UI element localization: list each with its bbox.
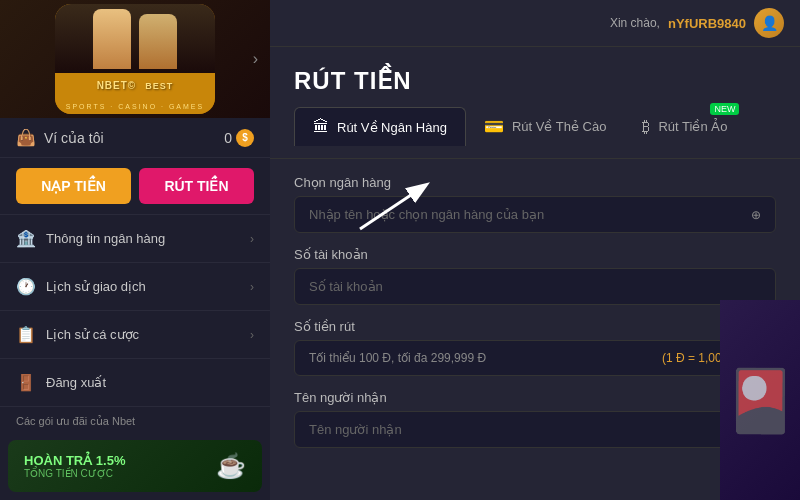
new-badge: NEW [710,103,739,115]
logo-figures [55,4,215,73]
sidebar-item-logout[interactable]: 🚪 Đăng xuất [0,359,270,407]
amount-group: Số tiền rút = 0 VND Tối thiểu 100 Đ, tối… [294,319,776,376]
withdraw-button[interactable]: RÚT TIỀN [139,168,254,204]
logout-label: Đăng xuất [46,375,254,390]
wallet-icon: 👜 [16,128,36,147]
bet-history-icon: 📋 [16,325,36,344]
action-buttons: NẠP TIỀN RÚT TIỀN [0,158,270,215]
logo-text-area: NBET© BEST SPORTS · CASINO · GAMES [55,73,215,114]
top-bar: Xin chào, nYfURB9840 👤 [270,0,800,47]
promo-label-text: Các gói ưu đãi của Nbet [16,415,135,427]
bank-selector-input[interactable]: Nhập tên hoặc chọn ngân hàng của bạn ⊕ [294,196,776,233]
account-input[interactable]: Số tài khoản [294,268,776,305]
tab-crypto-label: Rút Tiền Ảo [658,119,727,134]
bet-history-label: Lịch sử cá cược [46,327,240,342]
logo-tagline: SPORTS · CASINO · GAMES [63,103,207,110]
logo-arrow: › [253,50,258,68]
tab-card-label: Rút Về Thẻ Cào [512,119,607,134]
promo-banner[interactable]: HOÀN TRẢ 1.5% TỔNG TIỀN CƯỢC ☕ [8,440,262,492]
account-group: Số tài khoản Số tài khoản [294,247,776,305]
main-content: Xin chào, nYfURB9840 👤 RÚT TIỀN 🏛 Rút Về… [270,0,800,500]
bank-info-icon: 🏦 [16,229,36,248]
coin-icon: $ [236,129,254,147]
user-avatar: 👤 [754,8,784,38]
brand-text: NBET [97,80,128,91]
username: nYfURB9840 [668,16,746,31]
sidebar-menu: 🏦 Thông tin ngân hàng › 🕐 Lịch sử giao d… [0,215,270,500]
amount-hint: Tối thiểu 100 Đ, tối đa 299,999 Đ [309,351,486,365]
bet-history-arrow: › [250,328,254,342]
logo: NBET© BEST SPORTS · CASINO · GAMES [55,4,215,114]
history-icon: 🕐 [16,277,36,296]
bank-selector-label: Chọn ngân hàng [294,175,776,190]
account-placeholder: Số tài khoản [309,279,383,294]
wallet-row: 👜 Ví của tôi 0 $ [0,118,270,158]
wallet-value: 0 [224,130,232,146]
bank-info-arrow: › [250,232,254,246]
tabs-row: 🏛 Rút Về Ngân Hàng 💳 Rút Về Thẻ Cào NEW … [270,107,800,159]
sidebar-item-bank-info[interactable]: 🏦 Thông tin ngân hàng › [0,215,270,263]
wallet-label: Ví của tôi [44,130,216,146]
amount-label: Số tiền rút [294,319,355,334]
tab-crypto-icon: ₿ [642,118,650,136]
figure-left [93,9,131,69]
promo-text: HOÀN TRẢ 1.5% TỔNG TIỀN CƯỢC [24,453,206,479]
page-header: RÚT TIỀN [270,47,800,107]
deco-figure-icon: 🎴 [723,365,798,436]
wallet-amount: 0 $ [224,129,254,147]
tab-bank-label: Rút Về Ngân Hàng [337,120,447,135]
page-title: RÚT TIỀN [294,67,776,95]
trademark: © [128,80,136,91]
logo-brand: NBET© BEST [63,77,207,103]
history-label: Lịch sử giao dịch [46,279,240,294]
receiver-input[interactable]: Tên người nhận [294,411,776,448]
receiver-label: Tên người nhận [294,390,776,405]
right-decoration: 🎴 [720,300,800,500]
promo-title: HOÀN TRẢ 1.5% [24,453,206,468]
tab-bank[interactable]: 🏛 Rút Về Ngân Hàng [294,107,466,146]
tab-bank-icon: 🏛 [313,118,329,136]
bank-placeholder: Nhập tên hoặc chọn ngân hàng của bạn [309,207,544,222]
sidebar: NBET© BEST SPORTS · CASINO · GAMES › 👜 V… [0,0,270,500]
promo-icon: ☕ [216,452,246,480]
amount-hint-row[interactable]: Tối thiểu 100 Đ, tối đa 299,999 Đ (1 Đ =… [294,340,776,376]
amount-label-row: Số tiền rút = 0 VND [294,319,776,334]
promo-subtitle: TỔNG TIỀN CƯỢC [24,468,206,479]
account-label: Số tài khoản [294,247,776,262]
bank-selector-group: Chọn ngân hàng Nhập tên hoặc chọn ngân h… [294,175,776,233]
logo-area: NBET© BEST SPORTS · CASINO · GAMES › [0,0,270,118]
figure-right [139,14,177,69]
promo-section-label: Các gói ưu đãi của Nbet [0,407,270,432]
tab-card[interactable]: 💳 Rút Về Thẻ Cào [466,107,625,146]
tab-card-icon: 💳 [484,117,504,136]
logo-sub: BEST [145,81,173,91]
receiver-group: Tên người nhận Tên người nhận [294,390,776,448]
bank-info-label: Thông tin ngân hàng [46,231,240,246]
sidebar-item-bet-history[interactable]: 📋 Lịch sử cá cược › [0,311,270,359]
receiver-placeholder: Tên người nhận [309,422,402,437]
logout-icon: 🚪 [16,373,36,392]
greeting: Xin chào, [610,16,660,30]
deposit-button[interactable]: NẠP TIỀN [16,168,131,204]
tab-crypto[interactable]: NEW ₿ Rút Tiền Ảo [624,107,745,146]
history-arrow: › [250,280,254,294]
dropdown-icon: ⊕ [751,208,761,222]
sidebar-item-history[interactable]: 🕐 Lịch sử giao dịch › [0,263,270,311]
